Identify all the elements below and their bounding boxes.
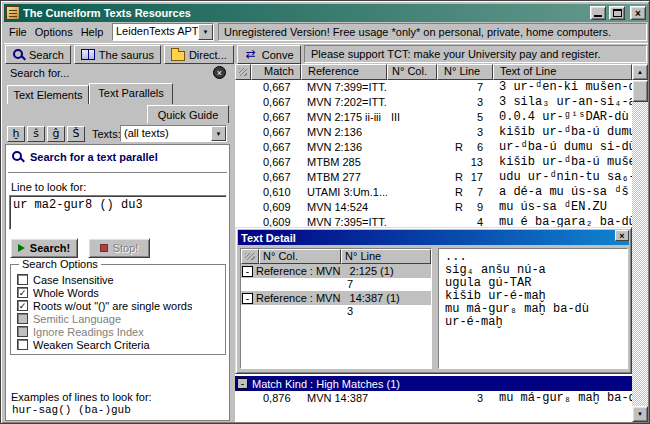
panel-close-button[interactable]: × bbox=[213, 66, 226, 79]
char-button[interactable]: ŝ bbox=[27, 126, 45, 142]
grid-corner-icon[interactable] bbox=[241, 249, 259, 264]
titlebar[interactable]: The Cuneiform Texts Resources × bbox=[4, 4, 648, 22]
cell-text: kišib ur-ᵈba-ú mušen bbox=[493, 155, 632, 170]
toolbar-button-search[interactable]: Search bbox=[5, 45, 71, 64]
texts-apt-value: LeidenTexts APT bbox=[113, 24, 198, 40]
tab-text-elements[interactable]: Text Elements bbox=[7, 85, 89, 104]
detail-text-lines: ...sig₄ anšu nú-augula gú-TARkišib ur-é-… bbox=[445, 251, 621, 329]
table-row[interactable]: 0,667MVN 7:399=ITT...73 ur-ᵈen-ki mušen-… bbox=[235, 80, 632, 95]
checkbox[interactable] bbox=[17, 339, 28, 350]
cell-face: R bbox=[455, 170, 463, 185]
menu-items: FileOptionsHelp bbox=[5, 22, 107, 42]
text-line: mu má-gur₈ maḫ ba-dù bbox=[445, 303, 621, 316]
char-button[interactable]: ḫ bbox=[7, 126, 25, 142]
option-weaken-search-criteria[interactable]: Weaken Search Criteria bbox=[17, 338, 223, 351]
detail-grid: N° Col.N° Line -Reference : MVN 2:125 (1… bbox=[240, 248, 432, 369]
scroll-up-icon[interactable]: ▲ bbox=[632, 64, 648, 80]
texts-apt-combo[interactable]: LeidenTexts APT ▼ bbox=[112, 23, 214, 41]
cell-match: 0,667 bbox=[251, 95, 301, 110]
menu-item-file[interactable]: File bbox=[5, 24, 31, 40]
checkbox[interactable] bbox=[17, 326, 28, 337]
table-row[interactable]: 0,667MTBM 277R17udu ur-ᵈnin-tu sa₆-d bbox=[235, 170, 632, 185]
checkbox[interactable] bbox=[17, 313, 28, 324]
collapse-icon[interactable]: - bbox=[242, 293, 253, 304]
run-icon bbox=[18, 244, 25, 252]
maximize-button[interactable] bbox=[609, 6, 625, 20]
search-panel: Search for... × Text ElementsText Parall… bbox=[4, 64, 231, 422]
texts-combo[interactable]: (all texts) ▼ bbox=[120, 125, 227, 142]
char-button[interactable]: Š bbox=[67, 126, 85, 142]
cell-reference: UTAMI 3:Um.1... bbox=[301, 185, 387, 200]
cell-reference: MVN 7:399=ITT... bbox=[301, 80, 387, 95]
option-semitic-language[interactable]: Semitic Language bbox=[17, 312, 223, 325]
menu-item-options[interactable]: Options bbox=[31, 24, 77, 40]
grid-corner-icon[interactable] bbox=[235, 64, 251, 80]
option-case-insensitive[interactable]: Case Insensitive bbox=[17, 273, 223, 286]
toolbar-button-label: Direct... bbox=[189, 49, 227, 61]
table-row[interactable]: 0,609MVN 14:524R9mu ús-sa ᵈEN.ZU bbox=[235, 200, 632, 215]
table-row[interactable]: 0,667MVN 2:1363kišib ur-ᵈba-ú dumu bbox=[235, 125, 632, 140]
option-label: Case Insensitive bbox=[33, 274, 114, 286]
table-row[interactable]: 0,876 MVN 14:387 3 mu má-gur₈ maḫ ba-dù bbox=[235, 391, 632, 406]
minimize-button[interactable] bbox=[590, 6, 606, 20]
cell-match: 0,610 bbox=[251, 185, 301, 200]
option-roots-w-out-are-single-words[interactable]: ✓Roots w/out "()" are single words bbox=[17, 299, 223, 312]
cell-match: 0,667 bbox=[251, 140, 301, 155]
chevron-down-icon[interactable]: ▼ bbox=[211, 126, 226, 141]
table-row[interactable]: 0,667MTBM 28513kišib ur-ᵈba-ú mušen bbox=[235, 155, 632, 170]
option-ignore-readings-index[interactable]: Ignore Readings Index bbox=[17, 325, 223, 338]
toolbar-button-conve[interactable]: ⇄Conve bbox=[237, 45, 301, 64]
char-button[interactable]: ĝ bbox=[47, 126, 65, 142]
cell-text: 0.0.4 ur-ᵍⁱˢDAR-dù bbox=[493, 110, 632, 125]
collapse-icon[interactable]: - bbox=[242, 266, 253, 277]
detail-data-row[interactable]: 7 bbox=[241, 278, 431, 291]
toolbar-button-direct[interactable]: Direct... bbox=[164, 45, 234, 64]
column-header-reference[interactable]: Reference bbox=[301, 64, 387, 80]
cell-match: 0,876 bbox=[251, 391, 301, 406]
app-window: The Cuneiform Texts Resources × FileOpti… bbox=[0, 0, 650, 424]
vertical-scrollbar[interactable]: ▲ ▼ bbox=[632, 64, 648, 422]
column-header-n-line[interactable]: N° Line bbox=[341, 249, 431, 264]
separator bbox=[8, 172, 227, 174]
scrollbar-thumb[interactable] bbox=[632, 80, 648, 102]
tab-text-parallels[interactable]: Text Parallels bbox=[89, 83, 173, 104]
checkbox[interactable]: ✓ bbox=[17, 300, 28, 311]
detail-group-row[interactable]: -Reference : MVN 2:125 (1) bbox=[241, 264, 431, 278]
cell-ncol bbox=[387, 140, 437, 155]
table-row[interactable]: 0,667MVN 2:136R6ur-ᵈba-ú dumu si-dù bbox=[235, 140, 632, 155]
menu-item-help[interactable]: Help bbox=[77, 24, 108, 40]
search-button[interactable]: Search! bbox=[10, 238, 78, 258]
column-header-text-of-line[interactable]: Text of Line bbox=[493, 64, 632, 80]
table-row[interactable]: 0,667MVN 2:175 ii-iiiIII50.0.4 ur-ᵍⁱˢDAR… bbox=[235, 110, 632, 125]
table-row[interactable]: 0,667MVN 7:202=ITT...33 sila₃ ur-an-si₄-… bbox=[235, 95, 632, 110]
toolbar-button-the-saurus[interactable]: The saurus bbox=[74, 45, 161, 64]
collapse-icon[interactable]: - bbox=[237, 378, 248, 389]
cell-nline: 7 bbox=[477, 185, 483, 200]
option-whole-words[interactable]: ✓Whole Words bbox=[17, 286, 223, 299]
dialog-close-button[interactable]: × bbox=[615, 230, 629, 241]
column-header-n-col[interactable]: N° Col. bbox=[387, 64, 437, 80]
line-input[interactable]: ur ma2-gur8 () du3 bbox=[9, 195, 227, 230]
dialog-titlebar[interactable]: Text Detail bbox=[238, 230, 629, 245]
scroll-down-icon[interactable]: ▼ bbox=[632, 406, 648, 422]
text-line: sig₄ anšu nú-a bbox=[445, 264, 621, 277]
checkbox[interactable]: ✓ bbox=[17, 287, 28, 298]
row-icon-cell bbox=[235, 125, 251, 140]
tab-quick-guide[interactable]: Quick Guide bbox=[147, 105, 229, 123]
match-kind-group-row[interactable]: - Match Kind : High Matches (1) bbox=[235, 376, 632, 391]
close-button[interactable]: × bbox=[630, 6, 646, 20]
column-header-n-col[interactable]: N° Col. bbox=[259, 249, 341, 264]
chevron-down-icon[interactable]: ▼ bbox=[198, 24, 213, 40]
column-header-match[interactable]: Match bbox=[251, 64, 301, 80]
detail-text-panel[interactable]: ...sig₄ anšu nú-augula gú-TARkišib ur-é-… bbox=[438, 248, 628, 369]
search-options-group: Search Options Case Insensitive✓Whole Wo… bbox=[10, 264, 226, 355]
checkbox[interactable] bbox=[17, 274, 28, 285]
magnifier-icon bbox=[11, 150, 24, 163]
detail-group-row[interactable]: -Reference : MVN 14:387 (1) bbox=[241, 291, 431, 305]
stop-button: Stop! bbox=[88, 238, 150, 258]
cell-nline-wrap: 3 bbox=[437, 391, 493, 406]
cell-nline: 17 bbox=[471, 170, 483, 185]
table-row[interactable]: 0,610UTAMI 3:Um.1...R7a dé-a mu ús-sa ᵈš bbox=[235, 185, 632, 200]
detail-data-row[interactable]: 3 bbox=[241, 305, 431, 318]
column-header-n-line[interactable]: N° Line bbox=[437, 64, 493, 80]
